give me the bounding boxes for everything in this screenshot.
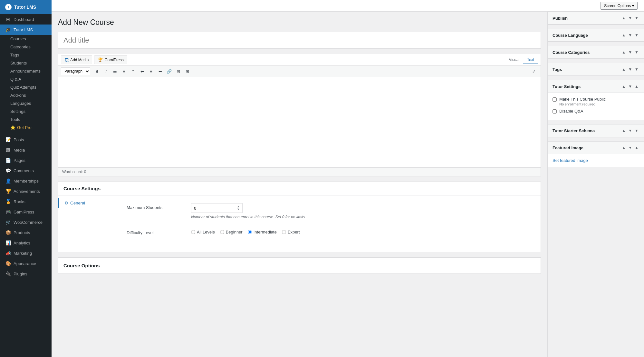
- unordered-list-button[interactable]: ☰: [111, 67, 119, 75]
- make-public-checkbox[interactable]: [553, 97, 557, 102]
- sidebar-item-students[interactable]: Students: [0, 59, 52, 67]
- italic-button[interactable]: I: [102, 67, 110, 75]
- link-button[interactable]: 🔗: [165, 67, 173, 75]
- difficulty-intermediate[interactable]: Intermediate: [248, 230, 277, 234]
- fullscreen-button[interactable]: ⤢: [530, 67, 538, 75]
- tutor-settings-toggle[interactable]: ▲: [634, 84, 639, 89]
- course-settings-header: Course Settings: [58, 182, 541, 195]
- course-language-down[interactable]: ▼: [628, 32, 633, 38]
- course-categories-down[interactable]: ▼: [628, 49, 633, 55]
- publish-collapse-up[interactable]: ▲: [621, 15, 626, 21]
- tutor-starter-schema-up[interactable]: ▲: [621, 128, 626, 134]
- tutor-settings-up[interactable]: ▲: [621, 84, 626, 89]
- sidebar-item-analytics[interactable]: 📊 Analytics: [0, 238, 52, 248]
- sidebar-item-languages[interactable]: Languages: [0, 99, 52, 107]
- make-public-label-wrap: Make This Course Public No enrollment re…: [559, 97, 606, 106]
- sidebar-item-label: Pages: [14, 158, 25, 163]
- featured-image-toggle[interactable]: ▲: [634, 145, 639, 151]
- sidebar-item-posts[interactable]: 📝 Posts: [0, 134, 52, 145]
- sidebar-item-appearance[interactable]: 🎨 Appearance: [0, 258, 52, 269]
- featured-image-up[interactable]: ▲: [621, 145, 626, 151]
- sidebar-item-ranks[interactable]: 🏅 Ranks: [0, 196, 52, 207]
- tab-text[interactable]: Text: [523, 56, 538, 64]
- screen-options-button[interactable]: Screen Options ▾: [601, 2, 638, 10]
- sidebar-item-achievements[interactable]: 🏆 Achievements: [0, 186, 52, 196]
- sidebar-item-gamipress[interactable]: 🎮 GamiPress: [0, 207, 52, 217]
- radio-all-levels[interactable]: [191, 230, 195, 234]
- tutor-settings-down[interactable]: ▼: [628, 84, 633, 89]
- bold-button[interactable]: B: [93, 67, 101, 75]
- sidebar-item-get-pro[interactable]: ⭐ Get Pro: [0, 124, 52, 132]
- course-language-toggle[interactable]: ▼: [634, 32, 639, 38]
- publish-metabox: Publish ▲ ▼ ▼: [548, 12, 644, 25]
- publish-toggle[interactable]: ▼: [634, 15, 639, 21]
- align-center-button[interactable]: ≡: [147, 67, 155, 75]
- radio-intermediate[interactable]: [248, 230, 252, 234]
- marketing-icon: 📣: [5, 251, 11, 256]
- format-select[interactable]: Paragraph: [61, 67, 90, 75]
- products-icon: 📦: [5, 230, 11, 235]
- tutor-starter-schema-header: Tutor Starter Schema ▲ ▼ ▼: [548, 124, 644, 137]
- align-left-button[interactable]: ⬅: [138, 67, 146, 75]
- sidebar-item-label: Languages: [10, 101, 31, 106]
- tags-down[interactable]: ▼: [628, 66, 633, 72]
- publish-collapse-down[interactable]: ▼: [628, 15, 633, 21]
- sidebar-item-quiz-attempts[interactable]: Quiz Attempts: [0, 83, 52, 91]
- sidebar-item-courses[interactable]: Courses: [0, 35, 52, 43]
- sidebar-item-marketing[interactable]: 📣 Marketing: [0, 248, 52, 258]
- gamipress-button[interactable]: 🏆 GamiPress: [94, 55, 127, 64]
- sidebar-item-tutor-lms[interactable]: 🎓 Tutor LMS: [0, 25, 52, 35]
- blockquote-button[interactable]: ": [129, 67, 137, 75]
- featured-image-down[interactable]: ▼: [628, 145, 633, 151]
- difficulty-expert[interactable]: Expert: [282, 230, 300, 234]
- insert-more-button[interactable]: ⊟: [174, 67, 182, 75]
- difficulty-all-levels[interactable]: All Levels: [191, 230, 215, 234]
- tags-toggle[interactable]: ▼: [634, 66, 639, 72]
- sidebar-item-label: GamiPress: [14, 210, 34, 214]
- sidebar-item-media[interactable]: 🖼 Media: [0, 145, 52, 155]
- sidebar-item-add-ons[interactable]: Add-ons: [0, 91, 52, 99]
- tutor-starter-schema-down[interactable]: ▼: [628, 128, 633, 134]
- sidebar-item-products[interactable]: 📦 Products: [0, 227, 52, 238]
- radio-expert[interactable]: [282, 230, 286, 234]
- sidebar-logo[interactable]: T Tutor LMS: [0, 0, 52, 14]
- sidebar-item-categories[interactable]: Categories: [0, 43, 52, 51]
- course-categories-toggle[interactable]: ▼: [634, 49, 639, 55]
- align-right-button[interactable]: ➡: [156, 67, 164, 75]
- sidebar-item-woocommerce[interactable]: 🛒 WooCommerce: [0, 217, 52, 227]
- sidebar-item-plugins[interactable]: 🔌 Plugins: [0, 269, 52, 279]
- sidebar-item-announcements[interactable]: Announcements: [0, 67, 52, 75]
- sidebar-item-pages[interactable]: 📄 Pages: [0, 155, 52, 165]
- set-featured-image-link[interactable]: Set featured image: [553, 158, 588, 163]
- featured-image-metabox: Featured image ▲ ▼ ▲ Set featured image: [548, 141, 644, 167]
- table-button[interactable]: ⊞: [183, 67, 191, 75]
- ordered-list-button[interactable]: ≡: [120, 67, 128, 75]
- tutor-settings-title: Tutor Settings: [553, 84, 581, 89]
- radio-beginner[interactable]: [220, 230, 224, 234]
- tutor-starter-schema-toggle[interactable]: ▼: [634, 128, 639, 134]
- max-students-spinner[interactable]: ▲ ▼: [237, 205, 240, 211]
- sidebar-item-qa[interactable]: Q & A: [0, 75, 52, 83]
- spinner-down[interactable]: ▼: [237, 208, 240, 211]
- course-language-up[interactable]: ▲: [621, 32, 626, 38]
- sidebar-item-tools[interactable]: Tools: [0, 115, 52, 124]
- tags-up[interactable]: ▲: [621, 66, 626, 72]
- sidebar-item-tags[interactable]: Tags: [0, 51, 52, 59]
- difficulty-beginner[interactable]: Beginner: [220, 230, 243, 234]
- sidebar-item-dashboard[interactable]: ⊞ Dashboard: [0, 14, 52, 25]
- sidebar-item-settings[interactable]: Settings: [0, 107, 52, 115]
- tab-visual[interactable]: Visual: [505, 56, 523, 64]
- sidebar-item-label: Comments: [14, 168, 34, 173]
- course-title-input[interactable]: [58, 32, 541, 49]
- add-media-button[interactable]: 🖼 Add Media: [61, 55, 92, 64]
- posts-icon: 📝: [5, 137, 11, 142]
- sidebar-item-label: Students: [10, 61, 27, 65]
- course-categories-up[interactable]: ▲: [621, 49, 626, 55]
- settings-nav-general[interactable]: ⚙ General: [58, 198, 116, 208]
- sidebar-item-memberships[interactable]: 👤 Memberships: [0, 176, 52, 186]
- sidebar-item-comments[interactable]: 💬 Comments: [0, 165, 52, 176]
- max-students-input[interactable]: [194, 206, 237, 211]
- disable-qa-checkbox[interactable]: [553, 109, 557, 114]
- make-public-sub: No enrollment required.: [559, 102, 606, 106]
- editor-body[interactable]: [58, 77, 541, 167]
